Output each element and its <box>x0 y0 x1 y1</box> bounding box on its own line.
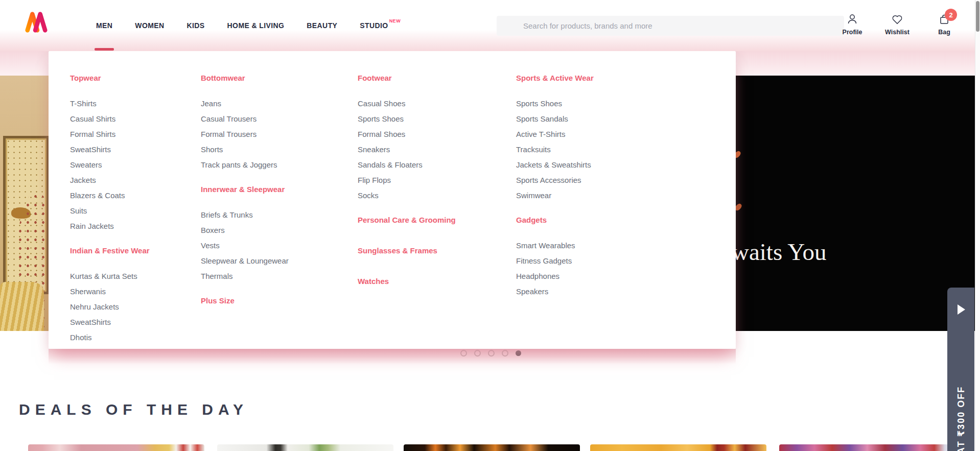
menu-item[interactable]: Active T-Shirts <box>516 130 565 138</box>
menu-item[interactable]: Boxers <box>201 226 225 234</box>
menu-item[interactable]: Rain Jackets <box>70 222 114 230</box>
menu-item[interactable]: Fitness Gadgets <box>516 256 572 265</box>
menu-section: Sports & Active Wear Sports Shoes Sports… <box>516 73 720 203</box>
search-input[interactable] <box>497 16 844 36</box>
deal-card[interactable] <box>217 444 393 451</box>
menu-item[interactable]: Sports Shoes <box>358 114 404 123</box>
wishlist-button[interactable]: Wishlist <box>882 13 913 36</box>
menu-item[interactable]: Casual Shoes <box>358 99 405 108</box>
bag-button[interactable]: 2 Bag <box>929 13 960 36</box>
deal-card[interactable] <box>590 444 766 451</box>
menu-item[interactable]: Briefs & Trunks <box>201 210 253 219</box>
bag-count-badge: 2 <box>945 9 957 21</box>
menu-item[interactable]: Jackets <box>70 176 96 184</box>
menu-section-title[interactable]: Indian & Festive Wear <box>70 246 150 256</box>
menu-item[interactable]: Smart Wearables <box>516 241 575 250</box>
nav-label: STUDIO <box>360 21 388 30</box>
menu-column-sports: Sports & Active Wear Sports Shoes Sports… <box>516 51 720 349</box>
carousel-dot[interactable] <box>460 350 467 357</box>
menu-item[interactable]: Casual Shirts <box>70 114 115 123</box>
carousel-dot[interactable] <box>488 350 495 357</box>
menu-item[interactable]: Sweaters <box>70 160 102 169</box>
menu-section: Plus Size <box>201 296 358 306</box>
nav-item-men[interactable]: MEN <box>96 0 112 51</box>
menu-item[interactable]: Tracksuits <box>516 145 551 154</box>
profile-label: Profile <box>843 29 862 36</box>
menu-item[interactable]: Suits <box>70 206 87 215</box>
menu-item[interactable]: Formal Shirts <box>70 130 115 138</box>
carousel-dots <box>460 350 521 357</box>
menu-item-list: Jeans Casual Trousers Formal Trousers Sh… <box>201 96 358 173</box>
menu-item[interactable]: Nehru Jackets <box>70 302 119 311</box>
wishlist-label: Wishlist <box>885 29 909 36</box>
menu-item[interactable]: Sneakers <box>358 145 390 154</box>
carousel-dot-active[interactable] <box>516 350 521 356</box>
menu-section: Topwear T-Shirts Casual Shirts Formal Sh… <box>70 73 201 234</box>
menu-item[interactable]: Jackets & Sweatshirts <box>516 160 591 169</box>
menu-item[interactable]: Formal Trousers <box>201 130 256 138</box>
wishlist-heart-icon <box>891 13 903 26</box>
menu-section-title[interactable]: Innerwear & Sleepwear <box>201 184 285 195</box>
carousel-dot[interactable] <box>474 350 481 357</box>
menu-section-title[interactable]: Footwear <box>358 73 392 83</box>
menu-section-title[interactable]: Sports & Active Wear <box>516 73 594 83</box>
menu-item[interactable]: Speakers <box>516 287 548 296</box>
menu-item[interactable]: Dhotis <box>70 333 92 342</box>
deal-card[interactable] <box>779 444 955 451</box>
next-arrow-icon <box>958 304 965 315</box>
menu-section: Innerwear & Sleepwear Briefs & Trunks Bo… <box>201 184 358 284</box>
menu-item[interactable]: Thermals <box>201 272 233 280</box>
menu-item[interactable]: Sports Shoes <box>516 99 562 108</box>
menu-section-title[interactable]: Personal Care & Grooming <box>358 215 456 225</box>
menu-item[interactable]: Sports Accessories <box>516 176 581 184</box>
deal-card[interactable] <box>404 444 580 451</box>
flat-300-off-promo-tab[interactable]: FLAT ₹300 OFF <box>947 288 974 451</box>
menu-section-title[interactable]: Bottomwear <box>201 73 245 83</box>
menu-item[interactable]: Sleepwear & Loungewear <box>201 256 289 265</box>
menu-item[interactable]: Sherwanis <box>70 287 106 296</box>
menu-item[interactable]: Shorts <box>201 145 223 154</box>
menu-section: Footwear Casual Shoes Sports Shoes Forma… <box>358 73 516 203</box>
scrollbar-thumb[interactable] <box>976 1 979 32</box>
menu-item[interactable]: Blazers & Coats <box>70 191 125 200</box>
menu-item-list: Kurtas & Kurta Sets Sherwanis Nehru Jack… <box>70 269 201 345</box>
menu-item[interactable]: SweatShirts <box>70 318 111 326</box>
page-scrollbar <box>975 0 980 451</box>
nav-item-beauty[interactable]: BEAUTY <box>307 0 337 51</box>
bag-label: Bag <box>938 29 950 36</box>
menu-section-title[interactable]: Topwear <box>70 73 101 83</box>
menu-item[interactable]: Track pants & Joggers <box>201 160 277 169</box>
menu-item[interactable]: SweatShirts <box>70 145 111 154</box>
menu-section-title[interactable]: Plus Size <box>201 296 235 306</box>
myntra-logo[interactable] <box>25 8 48 36</box>
menu-section-title[interactable]: Watches <box>358 276 389 287</box>
menu-item[interactable]: Jeans <box>201 99 221 108</box>
menu-section: Bottomwear Jeans Casual Trousers Formal … <box>201 73 358 173</box>
menu-item[interactable]: Flip Flops <box>358 176 391 184</box>
menu-item[interactable]: Swimwear <box>516 191 551 200</box>
nav-label: WOMEN <box>135 21 164 30</box>
menu-item-list: Briefs & Trunks Boxers Vests Sleepwear &… <box>201 207 358 284</box>
menu-item[interactable]: Vests <box>201 241 220 250</box>
menu-section-title[interactable]: Gadgets <box>516 215 547 225</box>
menu-item[interactable]: Kurtas & Kurta Sets <box>70 272 137 280</box>
menu-item[interactable]: Sandals & Floaters <box>358 160 423 169</box>
nav-item-studio[interactable]: STUDIO NEW <box>360 0 401 51</box>
nav-item-home-living[interactable]: HOME & LIVING <box>227 0 285 51</box>
menu-item[interactable]: T-Shirts <box>70 99 97 108</box>
nav-item-kids[interactable]: KIDS <box>187 0 205 51</box>
nav-label: BEAUTY <box>307 21 337 30</box>
menu-item[interactable]: Headphones <box>516 272 559 280</box>
menu-item[interactable]: Casual Trousers <box>201 114 256 123</box>
carousel-dot[interactable] <box>502 350 508 357</box>
promo-tab-label: FLAT ₹300 OFF <box>955 335 967 451</box>
nav-item-women[interactable]: WOMEN <box>135 0 164 51</box>
menu-item[interactable]: Formal Shoes <box>358 130 405 138</box>
menu-item[interactable]: Sports Sandals <box>516 114 568 123</box>
menu-column-footwear: Footwear Casual Shoes Sports Shoes Forma… <box>358 51 516 349</box>
menu-item[interactable]: Socks <box>358 191 379 200</box>
deal-card[interactable] <box>28 444 204 451</box>
menu-section-title[interactable]: Sunglasses & Frames <box>358 246 437 256</box>
profile-button[interactable]: Profile <box>837 13 868 36</box>
menu-item-list: Sports Shoes Sports Sandals Active T-Shi… <box>516 96 720 203</box>
